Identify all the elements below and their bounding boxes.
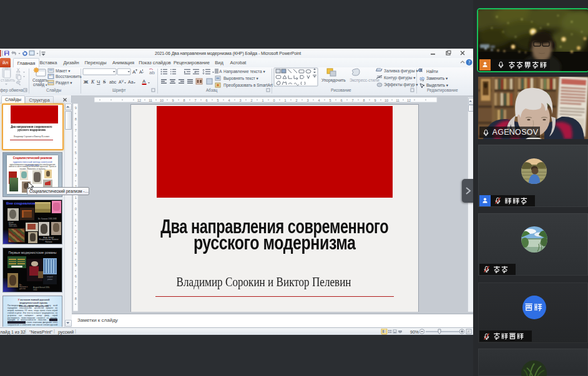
svg-text:7: 7 [351, 99, 353, 102]
svg-text:Выровнять текст ▾: Выровнять текст ▾ [223, 76, 258, 81]
svg-text:Найти: Найти [426, 69, 438, 74]
svg-text:11: 11 [149, 99, 152, 102]
svg-text:6: 6 [75, 140, 77, 143]
svg-text:S: S [103, 79, 105, 85]
svg-text:8: 8 [183, 99, 185, 102]
svg-text:3: 3 [75, 173, 77, 177]
svg-text:abс: abс [109, 80, 117, 84]
svg-text:Заменить ▾: Заменить ▾ [426, 76, 448, 80]
svg-text:10: 10 [160, 99, 164, 102]
svg-text:A: A [142, 79, 146, 84]
svg-text:9: 9 [374, 99, 376, 102]
svg-text:1: 1 [284, 99, 286, 102]
svg-text:3: 3 [75, 241, 77, 244]
svg-text:Макет ▾: Макет ▾ [56, 69, 71, 73]
svg-text:Эффекты фигур ▾: Эффекты фигур ▾ [384, 82, 418, 87]
svg-text:8: 8 [75, 297, 77, 301]
svg-text:4: 4 [228, 99, 230, 102]
svg-text:Шрифт: Шрифт [112, 88, 125, 93]
svg-text:Выделить ▾: Выделить ▾ [426, 83, 449, 88]
svg-text:Направление текста ▾: Направление текста ▾ [223, 69, 265, 74]
svg-text:фер обмена: фер обмена [0, 88, 23, 93]
svg-text:12: 12 [137, 99, 141, 102]
svg-text:4: 4 [318, 99, 320, 102]
svg-text:6: 6 [340, 99, 342, 102]
svg-text:A: A [219, 69, 222, 74]
svg-text:ab: ab [419, 76, 424, 80]
svg-text:6: 6 [75, 274, 77, 278]
svg-text:Контур фигуры ▾: Контур фигуры ▾ [384, 75, 416, 80]
svg-text:7: 7 [75, 286, 77, 289]
svg-text:3: 3 [306, 99, 308, 102]
svg-text:4: 4 [75, 162, 77, 166]
svg-text:5: 5 [329, 99, 331, 102]
svg-text:2: 2 [250, 99, 252, 102]
svg-text:5: 5 [217, 99, 218, 102]
svg-text:Слайды: Слайды [46, 88, 62, 93]
svg-text:ставить: ставить [1, 78, 16, 82]
svg-text:0: 0 [75, 207, 77, 211]
svg-text:?: ? [468, 60, 471, 65]
svg-text:ab: ab [149, 70, 155, 75]
svg-text:10: 10 [385, 99, 388, 102]
svg-text:2: 2 [75, 229, 77, 233]
svg-text:9: 9 [75, 106, 77, 110]
svg-text:1: 1 [75, 196, 77, 200]
svg-text:AV: AV [119, 79, 124, 84]
svg-text:Ж: Ж [83, 79, 89, 85]
svg-text:К: К [91, 79, 95, 85]
svg-text:8: 8 [75, 117, 77, 121]
svg-text:90%: 90% [410, 330, 419, 334]
svg-text:1: 1 [262, 99, 263, 102]
svg-text:Рисование: Рисование [331, 88, 351, 92]
svg-text:7: 7 [194, 99, 196, 102]
svg-text:Экспресс-стили: Экспресс-стили [350, 78, 380, 83]
svg-text:5: 5 [75, 263, 77, 267]
svg-text:Упорядочить: Упорядочить [321, 78, 346, 83]
svg-text:Восстановить: Восстановить [56, 74, 82, 79]
svg-text:12: 12 [407, 99, 411, 102]
svg-text:Раздел ▾: Раздел ▾ [56, 80, 72, 85]
svg-text:Абзац: Абзац [206, 88, 218, 93]
svg-text:5: 5 [75, 151, 77, 155]
svg-text:Aa: Aa [128, 80, 134, 84]
svg-text:8: 8 [363, 99, 365, 102]
svg-text:11: 11 [396, 99, 399, 102]
svg-text:0: 0 [273, 99, 275, 102]
svg-text:3: 3 [239, 99, 241, 102]
svg-text:6: 6 [205, 99, 207, 102]
svg-text:Ч: Ч [97, 79, 100, 85]
svg-text:7: 7 [75, 128, 77, 132]
svg-text:2: 2 [295, 99, 297, 102]
svg-text:Заливка фигуры ▾: Заливка фигуры ▾ [384, 69, 418, 74]
svg-text:1: 1 [75, 218, 77, 222]
svg-text:Преобразовать в SmartArt ▾: Преобразовать в SmartArt ▾ [223, 83, 277, 88]
svg-text:4: 4 [75, 252, 77, 256]
svg-text:Редактирование: Редактирование [427, 88, 458, 93]
svg-text:слайд ▾: слайд ▾ [33, 82, 47, 87]
svg-text:9: 9 [172, 99, 174, 102]
